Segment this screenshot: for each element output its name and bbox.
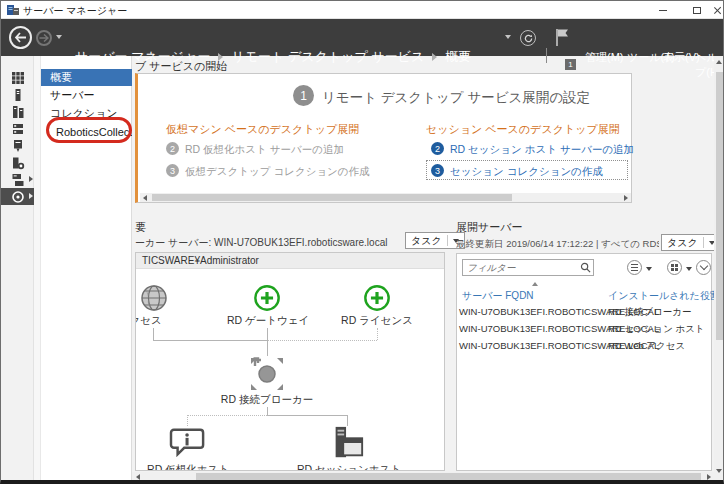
rd-session-host-icon[interactable]: [328, 425, 366, 461]
session-step3-circle: 3: [431, 164, 444, 177]
sort-ascending-icon: [532, 282, 538, 286]
maximize-icon: [693, 7, 701, 14]
vm-step2-circle: 2: [166, 142, 179, 155]
window-title: サーバー マネージャー: [23, 4, 127, 18]
nav-icon-strip: [1, 56, 34, 481]
list-icon: [631, 264, 638, 271]
scrollbar-thumb[interactable]: [152, 194, 512, 201]
expand-arrow-icon: [29, 176, 33, 182]
table-row-role[interactable]: RD セッション ホスト: [608, 323, 705, 336]
scroll-left-icon[interactable]: [136, 474, 140, 480]
horizontal-scrollbar[interactable]: [132, 472, 714, 481]
connector-line: [267, 407, 268, 415]
connector-line-dotted: [187, 415, 188, 426]
all-servers-icon[interactable]: [1, 103, 34, 120]
certificates-icon[interactable]: [1, 137, 34, 154]
refresh-icon: [524, 34, 533, 43]
column-header-fqdn[interactable]: サーバー FQDN: [462, 289, 534, 303]
server-manager-window: サーバー マネージャー サーバー マネージャー リモート デスクトップ サービス…: [0, 0, 724, 484]
scroll-down-icon[interactable]: [716, 469, 722, 473]
quickstart-section-title-clipped: ブ サービスの開始: [135, 59, 227, 74]
menu-manage[interactable]: 管理(M): [585, 50, 624, 65]
dashboard-icon[interactable]: [1, 69, 34, 86]
chevron-down-icon: [699, 262, 707, 270]
session-step2-link[interactable]: RD セッション ホスト サーバーの追加: [450, 143, 634, 157]
notifications-flag-icon[interactable]: [555, 28, 572, 47]
connector-line: [153, 340, 267, 341]
file-and-storage-services-icon[interactable]: [1, 171, 34, 188]
scroll-right-icon[interactable]: [707, 474, 711, 480]
rd-virtualization-host-label: RD 仮想化ホスト: [143, 463, 233, 471]
back-arrow-icon: [14, 32, 27, 43]
connector-line-dotted: [187, 415, 267, 416]
rd-web-access-globe-icon[interactable]: [140, 284, 168, 312]
table-row-role[interactable]: RD 接続ブローカー: [608, 306, 692, 319]
connector-line: [267, 328, 268, 340]
collapse-button[interactable]: [696, 260, 711, 275]
session-step3-link[interactable]: セッション コレクションの作成: [450, 165, 603, 179]
scroll-left-icon[interactable]: [143, 195, 147, 201]
servers-tasks-button[interactable]: タスク: [661, 234, 721, 251]
deployment-servers-title: 展開サーバー: [456, 220, 523, 235]
grouping-button[interactable]: [667, 260, 682, 275]
connector-line: [267, 340, 268, 356]
rd-connection-broker-icon[interactable]: [249, 356, 285, 392]
filter-input[interactable]: [462, 259, 594, 276]
search-icon: [580, 262, 591, 273]
rd-connection-broker-label: RD 接続ブローカー: [217, 393, 317, 407]
back-button[interactable]: [9, 26, 32, 49]
vm-step2-label: RD 仮想化ホスト サーバーの追加: [185, 143, 344, 157]
sidebar-item-servers[interactable]: サーバー: [41, 87, 132, 104]
user-strip: TICSWARE¥Administrator: [136, 253, 444, 269]
overview-pane-title-clipped: 要: [135, 220, 146, 235]
vm-step3-circle: 3: [166, 164, 179, 177]
tasks-label: タスク: [411, 234, 442, 248]
minimize-button[interactable]: [650, 1, 676, 19]
query-list-button[interactable]: [627, 260, 642, 275]
minimize-icon: [659, 10, 667, 11]
sidebar-item-overview[interactable]: 概要: [41, 69, 132, 86]
breadcrumb-rds[interactable]: リモート デスクトップ サービス: [231, 48, 424, 66]
role-services-icon[interactable]: [1, 120, 34, 137]
connector-line: [267, 415, 347, 416]
breadcrumb-overflow-icon[interactable]: [505, 35, 511, 39]
title-bar: サーバー マネージャー: [1, 1, 723, 19]
deployment-servers-box: [456, 253, 712, 471]
connector-line-dotted: [267, 340, 377, 341]
step1-circle: 1: [293, 85, 314, 106]
tasks-label: タスク: [667, 236, 698, 250]
query-dropdown-icon[interactable]: [646, 267, 652, 271]
rd-gateway-add-icon[interactable]: [253, 284, 281, 312]
scrollbar-thumb[interactable]: [716, 72, 724, 340]
step1-title: リモート デスクトップ サービス展開の設定: [322, 89, 590, 107]
connector-line-dotted: [377, 328, 378, 340]
close-button[interactable]: [704, 1, 724, 19]
session-deployment-heading: セッション ベースのデスクトップ展開: [426, 122, 620, 137]
column-header-role-services[interactable]: インストールされた役割サービス: [608, 289, 724, 303]
nav-divider: [546, 48, 547, 63]
table-row-role[interactable]: RD Web アクセス: [608, 340, 685, 353]
forward-button[interactable]: [36, 30, 52, 46]
rd-virtualization-host-icon[interactable]: [169, 427, 207, 461]
navigation-bar: サーバー マネージャー リモート デスクトップ サービス 概要 1 管理(M) …: [1, 19, 723, 56]
scroll-up-icon[interactable]: [716, 60, 722, 64]
refresh-button[interactable]: [520, 30, 536, 46]
breadcrumb-overview[interactable]: 概要: [445, 48, 471, 66]
breadcrumb-separator-icon: [432, 53, 437, 61]
history-dropdown-icon[interactable]: [56, 35, 62, 39]
remote-desktop-services-icon[interactable]: [1, 188, 34, 205]
server-groups-icon[interactable]: [1, 154, 34, 171]
broker-server-line: ーカー サーバー: WIN-U7OBUK13EFI.roboticsware.l…: [135, 236, 387, 250]
local-server-icon[interactable]: [1, 86, 34, 103]
rd-licensing-add-icon[interactable]: [363, 284, 391, 312]
notification-count-badge[interactable]: 1: [565, 59, 576, 70]
forward-arrow-icon: [39, 34, 49, 42]
scroll-right-icon[interactable]: [624, 195, 628, 201]
grouping-dropdown-icon[interactable]: [686, 267, 692, 271]
rd-web-access-label: b アクセス: [135, 314, 168, 328]
nav-gutter: [34, 56, 41, 481]
scrollbar-thumb[interactable]: [196, 473, 701, 480]
annotation-red-highlight: [46, 117, 132, 143]
quickstart-horizontal-scrollbar[interactable]: [140, 193, 631, 202]
vertical-scrollbar[interactable]: [714, 56, 724, 481]
